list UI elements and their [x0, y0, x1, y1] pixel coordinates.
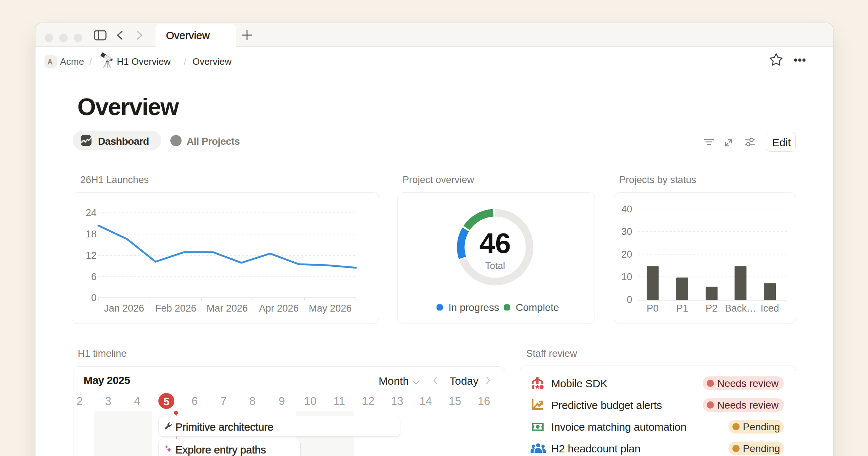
- svg-text:46: 46: [480, 227, 511, 259]
- svg-text:24: 24: [86, 207, 97, 218]
- svg-text:Back…: Back…: [725, 303, 756, 314]
- svg-text:Jan 2026: Jan 2026: [104, 303, 144, 314]
- svg-text:P2: P2: [706, 303, 718, 314]
- svg-text:12: 12: [86, 250, 97, 261]
- svg-text:May 2026: May 2026: [309, 303, 352, 314]
- svg-text:20: 20: [621, 249, 632, 260]
- svg-text:0: 0: [627, 294, 632, 305]
- svg-text:40: 40: [621, 204, 632, 215]
- svg-text:Total: Total: [485, 260, 505, 271]
- svg-text:6: 6: [91, 271, 97, 282]
- svg-text:Feb 2026: Feb 2026: [155, 303, 196, 314]
- svg-text:0: 0: [91, 292, 97, 303]
- svg-text:In progress: In progress: [448, 302, 499, 313]
- svg-text:30: 30: [621, 226, 632, 237]
- svg-text:Mar 2026: Mar 2026: [207, 303, 248, 314]
- svg-text:10: 10: [621, 271, 632, 282]
- svg-text:Complete: Complete: [516, 302, 559, 313]
- svg-text:Iced: Iced: [761, 303, 779, 314]
- svg-text:P1: P1: [676, 303, 688, 314]
- svg-text:Apr 2026: Apr 2026: [259, 303, 299, 314]
- svg-text:P0: P0: [647, 303, 659, 314]
- svg-text:18: 18: [86, 229, 97, 240]
